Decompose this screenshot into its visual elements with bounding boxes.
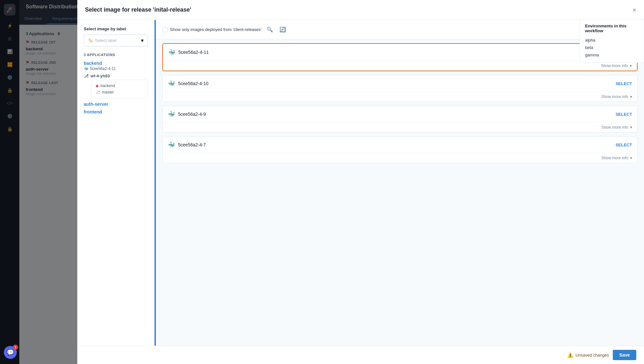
show-more-label-0: Show more info xyxy=(601,64,628,68)
modal-close-button[interactable]: × xyxy=(632,7,636,13)
filter-checkbox[interactable] xyxy=(162,27,167,32)
discord-badge[interactable]: 💬 1 xyxy=(4,346,17,359)
image-card-top-3: 🐳 5cee56a2-4-7 SELECT xyxy=(163,137,637,153)
app-backend-name: backend xyxy=(84,61,148,66)
docker-icon-3: 🐳 xyxy=(168,141,175,148)
show-more-label-2: Show more info xyxy=(601,125,628,130)
right-top-bar: Show only images deployed from 'client-r… xyxy=(156,20,644,39)
image-card-top-1: 🐳 5cee56a2-4-10 SELECT xyxy=(163,75,637,92)
left-panel-app-auth-server[interactable]: auth-server xyxy=(84,102,148,107)
docker-icon-backend: 🐳 xyxy=(84,66,89,71)
chevron-down-icon: ▾ xyxy=(141,37,144,44)
docker-icon-2: 🐳 xyxy=(168,111,175,118)
modal-title: Select image for release 'inital-release… xyxy=(85,6,191,13)
left-panel-app-backend[interactable]: backend 🐳 5cee56a2-4-11 xyxy=(84,61,148,71)
filter-checkbox-label[interactable]: Show only images deployed from 'client-r… xyxy=(162,27,261,32)
left-panel: Select image by label 🏷️ Select label ▾ … xyxy=(77,20,155,346)
diamond-icon: ◆ xyxy=(96,84,99,88)
image-card-bottom-0[interactable]: Show more info ▾ xyxy=(163,61,637,71)
unsaved-warning: ⚠️ Unsaved changes xyxy=(567,352,609,358)
wf-name: ⎇ wf-4-yh93 xyxy=(84,74,148,78)
label-placeholder: Select label xyxy=(95,38,117,43)
modal-footer: ⚠️ Unsaved changes Save xyxy=(77,346,644,364)
modal: Select image for release 'inital-release… xyxy=(77,0,644,364)
wf-subitem-master: ⎇ master xyxy=(96,89,144,95)
discord-icon: 💬 xyxy=(7,349,14,356)
image-card-2: 🐳 5cee56a2-4-9 SELECT Show more info ▾ xyxy=(162,106,638,133)
app-frontend-name: frontend xyxy=(84,109,148,114)
docker-icon-1: 🐳 xyxy=(168,80,175,87)
images-list: 🐳 5cee56a2-4-11 ✓ Show more info ▾ 🐳 5ce… xyxy=(156,39,644,346)
wf-subitems: ◆ backend ⎇ master xyxy=(91,80,148,98)
image-name-2: 5cee56a2-4-9 xyxy=(178,112,206,117)
wf-icon: ⎇ xyxy=(84,74,89,78)
env-panel-title: Environments in this workflow xyxy=(585,24,639,33)
image-card-bottom-3[interactable]: Show more info ▾ xyxy=(163,153,637,163)
wf-item: ⎇ wf-4-yh93 ◆ backend ⎇ master xyxy=(84,74,148,98)
chevron-down-icon-1: ▾ xyxy=(630,94,632,99)
label-dropdown-inner: 🏷️ Select label xyxy=(88,38,117,43)
app-auth-server-name: auth-server xyxy=(84,102,148,107)
image-card-bottom-2[interactable]: Show more info ▾ xyxy=(163,122,637,132)
apps-header: 3 APPLICATIONS xyxy=(84,53,148,57)
label-dropdown[interactable]: 🏷️ Select label ▾ xyxy=(84,34,148,46)
select-link-3[interactable]: SELECT xyxy=(616,143,632,147)
wf-subitem-backend: ◆ backend xyxy=(96,83,144,89)
image-card-top-2: 🐳 5cee56a2-4-9 SELECT xyxy=(163,106,637,122)
warning-icon: ⚠️ xyxy=(567,352,573,358)
filter-label-text: Show only images deployed from 'client-r… xyxy=(170,27,261,32)
image-name-3: 5cee56a2-4-7 xyxy=(178,142,206,147)
save-button[interactable]: Save xyxy=(613,350,636,360)
show-more-label-1: Show more info xyxy=(601,94,628,99)
chevron-down-icon-3: ▾ xyxy=(630,156,632,160)
env-alpha: alpha xyxy=(585,36,639,44)
refresh-button[interactable]: 🔄 xyxy=(278,25,287,34)
label-select-title: Select image by label xyxy=(84,26,148,31)
show-more-label-3: Show more info xyxy=(601,156,628,160)
select-link-2[interactable]: SELECT xyxy=(616,112,632,117)
left-panel-app-frontend[interactable]: frontend xyxy=(84,109,148,114)
tag-icon: 🏷️ xyxy=(88,38,93,43)
docker-icon-0: 🐳 xyxy=(168,49,175,56)
chevron-down-icon-2: ▾ xyxy=(630,125,632,130)
chevron-down-icon-0: ▾ xyxy=(630,64,632,68)
modal-header: Select image for release 'inital-release… xyxy=(77,0,644,20)
image-name-1: 5cee56a2-4-10 xyxy=(178,81,208,86)
app-backend-tag: 🐳 5cee56a2-4-11 xyxy=(84,66,148,71)
env-gamma: gamma xyxy=(585,51,639,59)
modal-body: Select image by label 🏷️ Select label ▾ … xyxy=(77,20,644,346)
right-panel: Show only images deployed from 'client-r… xyxy=(156,20,644,346)
image-card-1: 🐳 5cee56a2-4-10 SELECT Show more info ▾ xyxy=(162,75,638,102)
image-card-0: 🐳 5cee56a2-4-11 ✓ Show more info ▾ xyxy=(162,43,638,71)
image-card-top-0: 🐳 5cee56a2-4-11 ✓ xyxy=(163,44,637,61)
image-name-0: 5cee56a2-4-11 xyxy=(178,50,209,55)
branch-icon: ⎇ xyxy=(96,90,100,94)
notification-badge: 1 xyxy=(13,345,18,350)
env-beta: beta xyxy=(585,44,639,51)
image-card-bottom-1[interactable]: Show more info ▾ xyxy=(163,92,637,102)
select-link-1[interactable]: SELECT xyxy=(616,81,632,86)
image-card-3: 🐳 5cee56a2-4-7 SELECT Show more info ▾ xyxy=(162,136,638,163)
environments-panel: Environments in this workflow alpha beta… xyxy=(580,20,644,63)
unsaved-label: Unsaved changes xyxy=(575,353,609,358)
search-button[interactable]: 🔍 xyxy=(265,25,274,34)
